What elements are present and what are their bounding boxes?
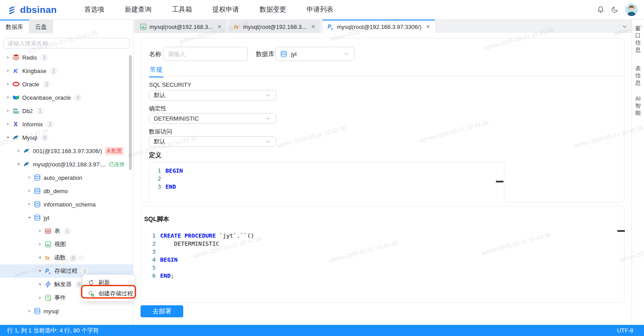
caret-right-icon[interactable] <box>15 149 22 153</box>
context-menu-item[interactable]: 刷新 <box>83 277 134 288</box>
svg-text:x: x <box>330 27 333 31</box>
tree-item[interactable]: 001(@192.168.3.97:3306/)未配置 <box>0 144 133 158</box>
caret-right-icon[interactable] <box>26 175 33 180</box>
tree-item[interactable]: Oracle2 <box>0 77 133 91</box>
caret-right-icon[interactable] <box>4 122 12 126</box>
tree-item-label: db_demo <box>44 188 68 194</box>
field-label: 确定性 <box>149 105 166 113</box>
editor-tab-label: mysql(root@192.168.3... <box>149 24 213 30</box>
sidebar-tab[interactable]: 云盘 <box>29 20 53 33</box>
caret-right-icon[interactable] <box>26 309 33 313</box>
database-select[interactable]: jyt <box>275 47 354 61</box>
sql-script-code-editor[interactable]: 1CREATE PROCEDURE `jyt`.``()2 DETERMINIS… <box>144 227 620 282</box>
caret-down-icon[interactable] <box>26 215 33 220</box>
minimap-marker <box>617 230 625 232</box>
tree-item[interactable]: 表1 <box>0 224 133 238</box>
caret-right-icon[interactable] <box>26 202 33 206</box>
deploy-button[interactable]: 去部署 <box>141 305 183 317</box>
tree-item[interactable]: db_demo <box>0 184 133 198</box>
chevron-down-icon <box>265 92 271 98</box>
context-menu-item[interactable]: 创建存储过程 <box>83 288 134 299</box>
caret-right-icon[interactable] <box>36 296 44 300</box>
caret-right-icon[interactable] <box>4 69 12 73</box>
tree-item[interactable]: information_schema <box>0 198 133 211</box>
tree-item[interactable]: fx函数0 <box>0 251 133 264</box>
caret-right-icon[interactable] <box>26 189 33 193</box>
code-line: 5 <box>144 263 620 271</box>
nav-item[interactable]: 工具箱 <box>172 5 192 14</box>
tree-item[interactable]: Mysql3 <box>0 131 133 144</box>
caret-right-icon[interactable] <box>4 95 12 100</box>
tree-item-label: information_schema <box>44 201 96 208</box>
caret-right-icon[interactable] <box>36 229 44 233</box>
close-icon[interactable]: ✕ <box>217 24 222 30</box>
avatar[interactable] <box>625 4 638 16</box>
right-panel-item[interactable]: 表信息 <box>632 65 644 86</box>
close-icon[interactable]: ✕ <box>426 24 430 30</box>
nav-item[interactable]: 申请列表 <box>307 5 334 14</box>
name-input[interactable] <box>163 47 248 61</box>
line-number: 4 <box>144 256 160 263</box>
moon-icon[interactable] <box>611 6 619 13</box>
tree-item[interactable]: Redis1 <box>0 51 133 64</box>
right-panel-item[interactable]: 窗口信息 <box>632 25 644 53</box>
caret-down-icon[interactable] <box>36 255 44 260</box>
tree-item[interactable]: auto_operation <box>0 171 133 184</box>
field-select[interactable]: 默认 <box>149 90 276 101</box>
field-select[interactable]: DETERMINISTIC <box>149 113 276 124</box>
editor-tab[interactable]: Pxmysql(root@192.168.3.97:3306/)✕ <box>322 20 435 33</box>
nav-item[interactable]: 首选项 <box>85 5 105 14</box>
definition-code-editor[interactable]: 1BEGIN23END <box>149 162 504 202</box>
create-procedure-icon <box>88 291 94 297</box>
tree-item-label: Oracle <box>22 81 39 88</box>
caret-right-icon[interactable] <box>36 242 44 247</box>
tree-item-label: 视图 <box>54 240 66 248</box>
sidebar-scrollbar[interactable] <box>129 55 132 170</box>
tree-item[interactable]: jyt <box>0 211 133 224</box>
tree-item-label: auto_operation <box>44 174 82 181</box>
tree-item[interactable]: mysql(root@192.168.3.97:...已连接 <box>0 158 133 171</box>
caret-right-icon[interactable] <box>4 82 12 86</box>
tree-item[interactable]: mysql <box>0 304 133 318</box>
section-divider <box>141 76 624 77</box>
tree-item[interactable]: XInformix1 <box>0 117 133 131</box>
tab-overflow-chevron-down-icon[interactable] <box>621 20 628 33</box>
tree-item[interactable]: Oceanbase_oracle2 <box>0 91 133 104</box>
nav-item[interactable]: 提权申请 <box>213 5 239 14</box>
caret-down-icon[interactable] <box>4 135 12 140</box>
right-panel-item[interactable]: AI智能 <box>632 95 644 117</box>
code-line: 1BEGIN <box>149 166 504 174</box>
field-label: SQL SECURITY <box>149 81 191 88</box>
nav-item[interactable]: 数据变更 <box>260 5 286 14</box>
field-select[interactable]: 默认 <box>149 136 276 147</box>
navbar-right <box>597 4 638 16</box>
sidebar-tab[interactable]: 数据库 <box>0 20 29 33</box>
caret-right-icon[interactable] <box>4 109 12 113</box>
database-icon <box>34 174 41 181</box>
tree-item[interactable]: IBMDB2Db21 <box>0 104 133 117</box>
caret-down-icon[interactable] <box>36 282 44 287</box>
encoding-status[interactable]: UTF-8 <box>617 327 633 334</box>
procedure-form-card: 名称 数据库 jyt 常规 SQL SECURITY默认确定性DETERMINI… <box>141 38 624 202</box>
top-navbar: dbsinan 首选项新建查询工具箱提权申请数据变更申请列表 <box>0 0 644 20</box>
close-icon[interactable]: ✕ <box>311 24 315 30</box>
tree-item[interactable]: KKingbase1 <box>0 64 133 77</box>
search-input[interactable] <box>4 38 129 49</box>
count-badge: 0 <box>81 267 89 275</box>
bell-icon[interactable] <box>597 6 604 13</box>
caret-down-icon[interactable] <box>36 269 44 273</box>
editor-tab[interactable]: mysql(root@192.168.3...✕ <box>135 20 226 33</box>
definition-label: 定义 <box>149 151 161 159</box>
tree-item[interactable]: 视图 <box>0 238 133 251</box>
database-icon <box>34 187 41 194</box>
tree-item-label: Redis <box>22 54 37 61</box>
app-logo[interactable]: dbsinan <box>7 4 57 15</box>
px-icon: Px <box>44 267 52 275</box>
editor-tab[interactable]: fxmysql(root@192.168.3...✕ <box>229 20 320 33</box>
svg-text:x: x <box>48 271 51 275</box>
code-text: END <box>165 183 176 190</box>
caret-right-icon[interactable] <box>4 55 12 60</box>
nav-item[interactable]: 新建查询 <box>125 5 152 14</box>
count-badge: 2 <box>74 94 82 101</box>
caret-down-icon[interactable] <box>15 162 22 166</box>
